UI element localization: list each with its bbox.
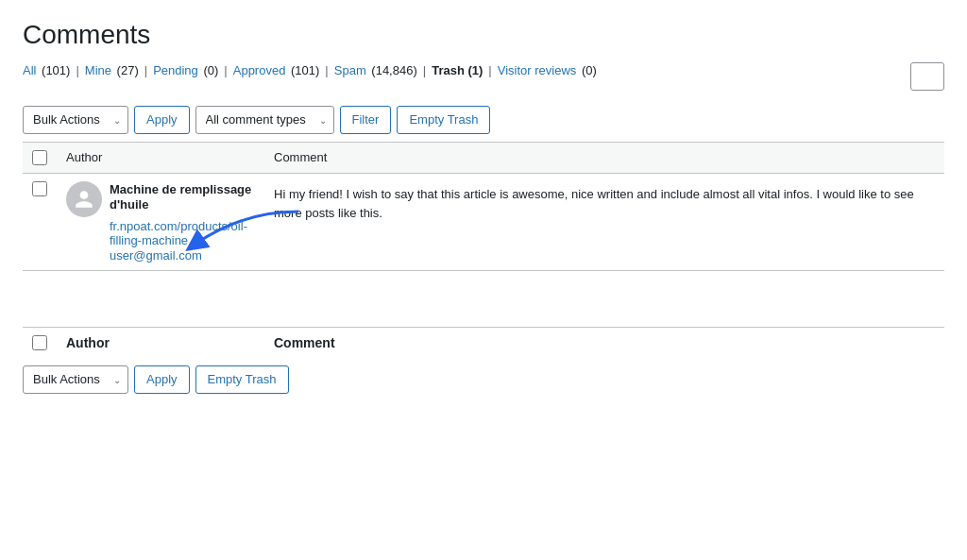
author-name: Machine de remplissage d'huile [110, 182, 251, 212]
page-title: Comments [23, 19, 944, 51]
filter-link-all[interactable]: All [23, 63, 36, 77]
filter-button[interactable]: Filter [340, 106, 392, 134]
spacer-row [23, 270, 944, 327]
apply-button-top[interactable]: Apply [134, 106, 190, 134]
col-header-author: Author [57, 142, 264, 173]
apply-button-bottom[interactable]: Apply [134, 365, 190, 394]
bulk-actions-select-wrapper-bottom: Bulk Actions ⌄ [23, 365, 128, 394]
avatar [66, 181, 102, 217]
filter-links: All (101) | Mine (27) | Pending (0) | Ap… [23, 63, 597, 77]
comment-text: Hi my friend! I wish to say that this ar… [274, 185, 935, 225]
filter-link-pending[interactable]: Pending [153, 63, 198, 77]
col-header-comment: Comment [264, 142, 944, 173]
filter-link-mine[interactable]: Mine [85, 63, 111, 77]
row-checkbox[interactable] [32, 181, 47, 196]
bulk-actions-select-wrapper: Bulk Actions ⌄ [23, 106, 128, 134]
empty-trash-button-bottom[interactable]: Empty Trash [195, 365, 289, 394]
col-footer-author: Author [57, 327, 264, 358]
col-footer-comment: Comment [264, 327, 944, 358]
comment-types-select-wrapper: All comment types ⌄ [195, 106, 334, 134]
filter-link-visitor-reviews[interactable]: Visitor reviews [498, 63, 577, 77]
table-row: Machine de remplissage d'huile fr.npoat.… [23, 173, 944, 270]
comments-table: Author Comment [23, 142, 944, 358]
filter-link-approved[interactable]: Approved [233, 63, 286, 77]
top-toolbar: Bulk Actions ⌄ Apply All comment types ⌄… [23, 98, 944, 142]
bulk-actions-select-top[interactable]: Bulk Actions [23, 106, 128, 134]
filter-link-spam[interactable]: Spam [334, 63, 366, 77]
filter-link-trash: Trash (1) [432, 63, 483, 77]
select-all-checkbox-top[interactable] [32, 150, 47, 165]
empty-trash-button-top[interactable]: Empty Trash [397, 106, 490, 134]
author-url[interactable]: fr.npoat.com/products/oil-filling-machin… [110, 219, 255, 247]
search-input[interactable] [910, 62, 944, 91]
bulk-actions-select-bottom[interactable]: Bulk Actions [23, 365, 128, 394]
author-email: user@gmail.com [110, 248, 202, 263]
select-all-checkbox-bottom[interactable] [32, 335, 47, 350]
bottom-toolbar: Bulk Actions ⌄ Apply Empty Trash [23, 358, 944, 401]
comment-types-select[interactable]: All comment types [195, 106, 334, 134]
